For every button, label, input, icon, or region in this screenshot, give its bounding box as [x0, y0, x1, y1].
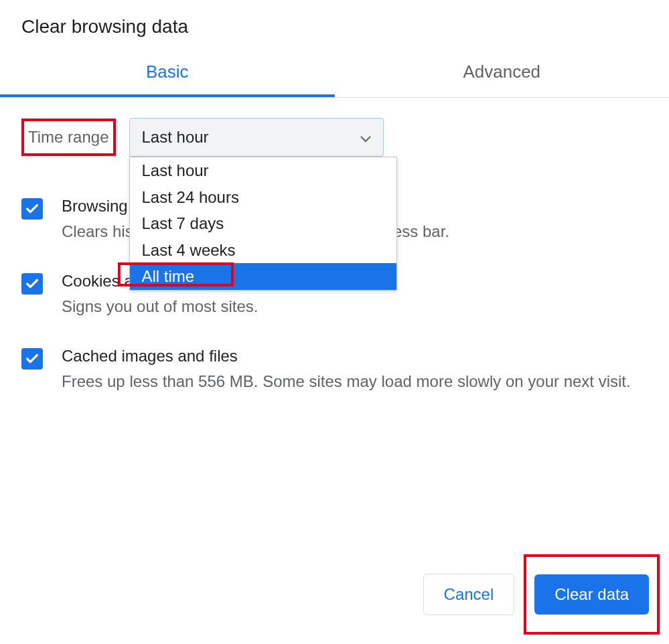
dropdown-option-last-24-hours[interactable]: Last 24 hours: [130, 184, 396, 211]
cancel-button[interactable]: Cancel: [423, 574, 515, 615]
dropdown-option-last-4-weeks[interactable]: Last 4 weeks: [130, 237, 396, 264]
time-range-select[interactable]: Last hour: [129, 118, 384, 157]
option-cache: Cached images and files Frees up less th…: [21, 347, 648, 394]
clear-browsing-data-dialog: Clear browsing data Basic Advanced Time …: [0, 0, 669, 394]
tab-basic[interactable]: Basic: [0, 51, 335, 97]
option-cache-text: Cached images and files Frees up less th…: [62, 347, 648, 394]
checkmark-icon: [25, 351, 40, 366]
option-cache-title: Cached images and files: [62, 347, 648, 366]
highlight-annotation-clear: Clear data: [524, 554, 660, 635]
time-range-row: Time range Last hour Last hour Last 24 h…: [21, 118, 648, 157]
time-range-selected-value: Last hour: [142, 128, 209, 147]
checkmark-icon: [25, 202, 40, 216]
tabs: Basic Advanced: [0, 51, 669, 98]
option-cache-desc: Frees up less than 556 MB. Some sites ma…: [62, 370, 648, 394]
dialog-footer: Cancel Clear data: [423, 554, 660, 635]
time-range-label: Time range: [21, 118, 116, 156]
checkbox-browsing-history[interactable]: [21, 198, 43, 220]
time-range-dropdown: Last hour Last 24 hours Last 7 days Last…: [129, 157, 397, 291]
dialog-title: Clear browsing data: [0, 0, 669, 51]
checkbox-cache[interactable]: [21, 348, 43, 370]
dialog-content: Time range Last hour Last hour Last 24 h…: [0, 98, 669, 394]
tab-advanced[interactable]: Advanced: [335, 51, 670, 97]
dropdown-option-last-7-days[interactable]: Last 7 days: [130, 210, 396, 237]
checkbox-cookies[interactable]: [21, 273, 43, 295]
option-cookies-desc: Signs you out of most sites.: [62, 295, 648, 319]
time-range-select-wrapper: Last hour Last hour Last 24 hours Last 7…: [129, 118, 384, 157]
clear-data-button[interactable]: Clear data: [534, 574, 649, 615]
dropdown-arrow-icon: [360, 128, 371, 147]
checkmark-icon: [25, 276, 40, 291]
dropdown-option-last-hour[interactable]: Last hour: [130, 157, 396, 184]
dropdown-option-all-time[interactable]: All time: [130, 263, 396, 290]
